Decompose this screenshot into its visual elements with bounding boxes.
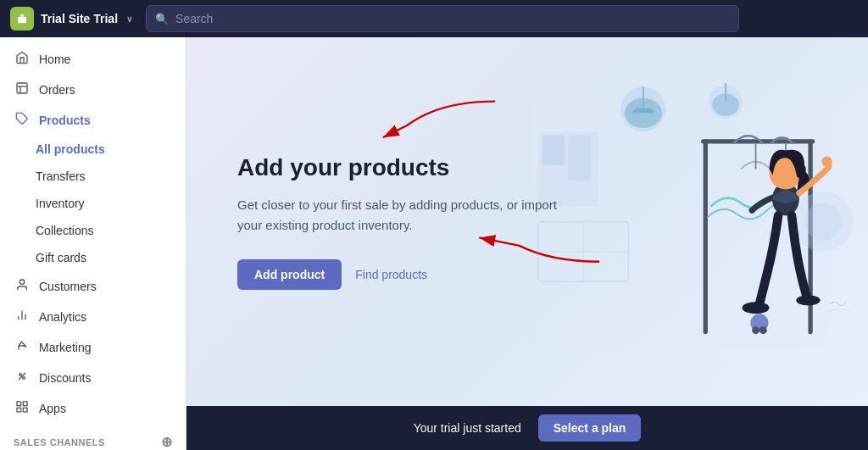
store-name: Trial Site Trial [41, 12, 118, 25]
discounts-icon [14, 369, 31, 386]
hero-section: Add your products Get closer to your fir… [186, 37, 868, 406]
svg-rect-13 [23, 402, 27, 406]
sidebar-item-inventory[interactable]: Inventory [0, 190, 186, 217]
search-placeholder: Search [175, 12, 213, 25]
sidebar-item-label: Customers [39, 280, 97, 293]
sidebar-item-label: Marketing [39, 341, 91, 354]
sidebar-item-transfers[interactable]: Transfers [0, 163, 186, 190]
sidebar-item-customers[interactable]: Customers [0, 271, 186, 302]
hero-title: Add your products [237, 154, 559, 181]
products-icon [14, 112, 31, 129]
shopify-icon [10, 7, 34, 31]
select-plan-button[interactable]: Select a plan [538, 414, 642, 442]
sidebar-item-gift-cards[interactable]: Gift cards [0, 244, 186, 271]
sidebar-item-orders[interactable]: Orders [0, 75, 186, 105]
sidebar-item-discounts[interactable]: Discounts [0, 363, 186, 393]
orders-icon [14, 81, 31, 98]
content-area: Add your products Get closer to your fir… [186, 37, 868, 450]
svg-rect-14 [17, 408, 21, 412]
customers-icon [14, 278, 31, 295]
search-bar[interactable]: 🔍 Search [146, 5, 739, 32]
sidebar-item-products[interactable]: Products [0, 105, 186, 136]
trial-text: Your trial just started [414, 421, 521, 435]
sidebar-item-apps[interactable]: Apps [0, 393, 186, 424]
sidebar-item-collections[interactable]: Collections [0, 217, 186, 244]
sidebar: Home Orders Products All products Transf… [0, 37, 186, 450]
search-icon: 🔍 [155, 13, 169, 25]
sales-channels-header: SALES CHANNELS ⊕ [0, 424, 186, 450]
svg-point-31 [804, 203, 842, 240]
marketing-icon [14, 339, 31, 356]
topbar: Trial Site Trial ∨ 🔍 Search [0, 0, 868, 37]
svg-marker-8 [19, 342, 25, 346]
add-sales-channel-icon[interactable]: ⊕ [161, 434, 173, 450]
main-layout: Home Orders Products All products Transf… [0, 37, 868, 450]
sidebar-item-label: All products [36, 142, 105, 156]
sidebar-item-home[interactable]: Home [0, 44, 186, 75]
svg-rect-15 [23, 408, 27, 412]
svg-rect-12 [17, 402, 21, 406]
sidebar-item-label: Discounts [39, 371, 91, 385]
sidebar-item-label: Orders [39, 83, 75, 97]
analytics-icon [14, 308, 31, 325]
add-product-button[interactable]: Add product [237, 259, 342, 290]
home-icon [14, 51, 31, 68]
svg-point-4 [19, 280, 24, 284]
sidebar-item-label: Inventory [36, 197, 85, 210]
sidebar-item-label: Apps [39, 402, 66, 415]
svg-point-24 [712, 93, 739, 116]
bottom-bar: Your trial just started Select a plan [186, 406, 868, 450]
sidebar-item-label: Products [39, 114, 91, 127]
svg-point-39 [760, 326, 767, 334]
store-logo[interactable]: Trial Site Trial ∨ [10, 7, 132, 31]
svg-rect-0 [17, 83, 27, 93]
find-products-button[interactable]: Find products [355, 268, 427, 281]
svg-point-34 [821, 157, 832, 167]
sidebar-item-label: Transfers [36, 169, 86, 183]
store-chevron-icon: ∨ [126, 14, 132, 24]
sidebar-item-label: Analytics [39, 310, 86, 324]
sidebar-item-all-products[interactable]: All products [0, 136, 186, 163]
sidebar-item-marketing[interactable]: Marketing [0, 332, 186, 363]
apps-icon [14, 400, 31, 417]
hero-description: Get closer to your first sale by adding … [237, 195, 559, 236]
sidebar-item-label: Gift cards [36, 251, 86, 264]
svg-point-10 [23, 377, 25, 380]
sidebar-item-label: Home [39, 53, 70, 66]
hero-text: Add your products Get closer to your fir… [237, 154, 559, 290]
hero-actions: Add product Find products [237, 259, 559, 290]
svg-rect-42 [568, 136, 591, 181]
sidebar-item-analytics[interactable]: Analytics [0, 302, 186, 332]
svg-point-36 [796, 295, 820, 305]
sidebar-item-label: Collections [36, 224, 93, 237]
svg-point-35 [742, 302, 769, 314]
svg-rect-25 [703, 139, 707, 334]
svg-point-9 [19, 374, 22, 376]
svg-point-38 [752, 326, 760, 334]
